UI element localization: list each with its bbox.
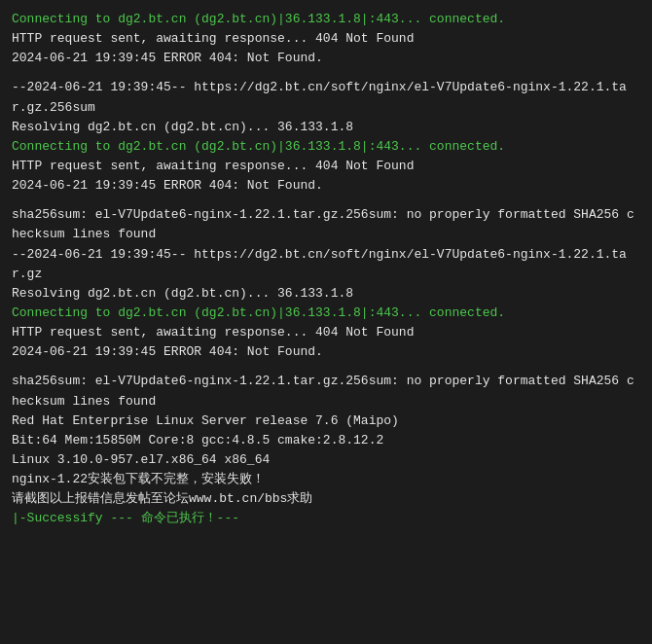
terminal-line: sha256sum: el-V7Update6-nginx-1.22.1.tar…	[12, 205, 640, 244]
spacer-line	[12, 68, 640, 78]
terminal-line: Resolving dg2.bt.cn (dg2.bt.cn)... 36.13…	[12, 118, 640, 137]
terminal-line: 2024-06-21 19:39:45 ERROR 404: Not Found…	[12, 342, 640, 362]
terminal-line: sha256sum: el-V7Update6-nginx-1.22.1.tar…	[12, 372, 640, 411]
terminal-line: 2024-06-21 19:39:45 ERROR 404: Not Found…	[12, 49, 640, 68]
terminal-line: --2024-06-21 19:39:45-- https://dg2.bt.c…	[12, 78, 640, 117]
terminal-line: Connecting to dg2.bt.cn (dg2.bt.cn)|36.1…	[12, 137, 640, 157]
terminal-line: Linux 3.10.0-957.el7.x86_64 x86_64	[12, 450, 640, 470]
terminal-window: Connecting to dg2.bt.cn (dg2.bt.cn)|36.1…	[0, 0, 652, 644]
terminal-line: HTTP request sent, awaiting response... …	[12, 157, 640, 176]
terminal-line: --2024-06-21 19:39:45-- https://dg2.bt.c…	[12, 245, 640, 284]
terminal-line: 2024-06-21 19:39:45 ERROR 404: Not Found…	[12, 176, 640, 196]
terminal-line: Resolving dg2.bt.cn (dg2.bt.cn)... 36.13…	[12, 284, 640, 304]
terminal-line: HTTP request sent, awaiting response... …	[12, 29, 640, 49]
terminal-line: |-Successify --- 命令已执行！---	[12, 509, 640, 528]
terminal-line: Red Hat Enterprise Linux Server release …	[12, 411, 640, 431]
terminal-line: Connecting to dg2.bt.cn (dg2.bt.cn)|36.1…	[12, 10, 640, 29]
terminal-line: Bit:64 Mem:15850M Core:8 gcc:4.8.5 cmake…	[12, 431, 640, 450]
terminal-line: nginx-1.22安装包下载不完整，安装失败！	[12, 470, 640, 489]
terminal-line: 请截图以上报错信息发帖至论坛www.bt.cn/bbs求助	[12, 489, 640, 509]
terminal-line: Connecting to dg2.bt.cn (dg2.bt.cn)|36.1…	[12, 304, 640, 323]
spacer-line	[12, 196, 640, 205]
terminal-line: HTTP request sent, awaiting response... …	[12, 323, 640, 342]
spacer-line	[12, 362, 640, 372]
